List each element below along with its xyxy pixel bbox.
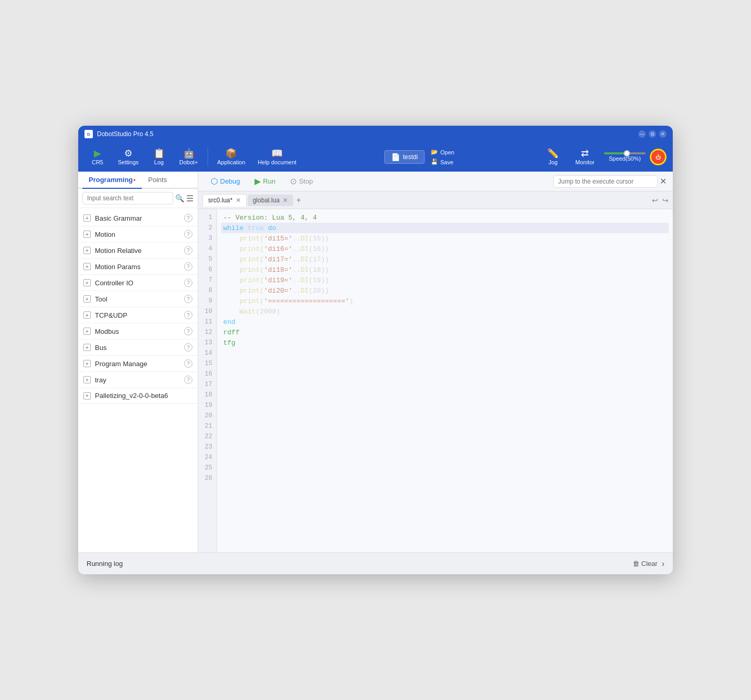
tab-programming[interactable]: Programming• <box>82 172 142 189</box>
sidebar-item-tool[interactable]: + Tool ? <box>78 291 198 307</box>
file-tab-button[interactable]: 📄 testdi <box>384 150 425 164</box>
toolbar-jog[interactable]: ✏️ Jog <box>540 147 566 167</box>
debug-button[interactable]: ⬡ Debug <box>204 174 246 188</box>
toolbar-settings[interactable]: ⚙ Settings <box>113 147 144 167</box>
line-num-24: 24 <box>198 452 216 463</box>
editor-tab-global[interactable]: global.lua ✕ <box>248 195 293 206</box>
code-line-25 <box>221 463 669 473</box>
code-line-9: print('===================') <box>221 296 669 306</box>
line-num-9: 9 <box>198 296 216 306</box>
line-num-25: 25 <box>198 463 216 473</box>
expand-icon: + <box>83 311 91 319</box>
toolbar-application[interactable]: 📦 Application <box>212 147 251 167</box>
line-num-17: 17 <box>198 379 216 390</box>
code-line-17 <box>221 379 669 390</box>
add-tab-button[interactable]: + <box>294 196 303 205</box>
editor-forward-button[interactable]: ↪ <box>662 196 669 204</box>
clear-icon: 🗑 <box>633 560 639 568</box>
log-icon: 📋 <box>153 149 165 158</box>
content-area: Programming• Points 🔍 ☰ + Basic Grammar … <box>78 172 673 552</box>
search-input[interactable] <box>82 192 173 204</box>
toolbar-log[interactable]: 📋 Log <box>146 147 172 167</box>
sidebar-label-motion-relative: Motion Relative <box>95 247 184 255</box>
jump-cursor-input[interactable] <box>553 175 658 188</box>
run-button[interactable]: ▶ Run <box>248 174 282 188</box>
help-icon-tool[interactable]: ? <box>184 295 192 303</box>
line-num-18: 18 <box>198 390 216 400</box>
emergency-icon: ⏻ <box>656 154 661 160</box>
save-button[interactable]: 💾 Save <box>428 158 457 166</box>
close-tab-global[interactable]: ✕ <box>283 197 288 204</box>
close-button[interactable]: ✕ <box>659 130 667 138</box>
help-icon-controller-io[interactable]: ? <box>184 279 192 287</box>
restore-button[interactable]: ⧉ <box>649 130 656 138</box>
toolbar-dobot[interactable]: 🤖 Dobot+ <box>174 147 203 167</box>
expand-log-button[interactable]: › <box>662 559 664 569</box>
sidebar-item-program-manage[interactable]: + Program Manage ? <box>78 356 198 372</box>
expand-icon: + <box>83 263 91 270</box>
expand-icon: + <box>83 360 91 367</box>
help-icon-tray[interactable]: ? <box>184 376 192 384</box>
sidebar-item-motion-params[interactable]: + Motion Params ? <box>78 259 198 275</box>
help-icon-motion-relative[interactable]: ? <box>184 246 192 255</box>
code-editor[interactable]: 1 2 3 4 5 6 7 8 9 10 11 12 13 14 15 16 1 <box>198 209 673 552</box>
sidebar-item-controller-io[interactable]: + Controller IO ? <box>78 275 198 291</box>
line-numbers: 1 2 3 4 5 6 7 8 9 10 11 12 13 14 15 16 1 <box>198 209 217 552</box>
sidebar-label-tray: tray <box>95 376 184 384</box>
file-name: testdi <box>403 153 418 161</box>
sidebar-item-tcp-udp[interactable]: + TCP&UDP ? <box>78 307 198 323</box>
editor-tab-src0[interactable]: src0.lua* ✕ <box>202 194 247 207</box>
code-line-4: print('di16='..DI(16)) <box>221 244 669 254</box>
line-num-19: 19 <box>198 400 216 411</box>
app-logo: D <box>84 130 93 138</box>
help-icon-motion-params[interactable]: ? <box>184 262 192 271</box>
dobot-label: Dobot+ <box>179 159 198 165</box>
search-button[interactable]: 🔍 <box>175 194 184 202</box>
minimize-button[interactable]: — <box>638 130 646 138</box>
help-icon-program-manage[interactable]: ? <box>184 359 192 368</box>
stop-icon: ⊙ <box>290 176 297 186</box>
toolbar-monitor[interactable]: ⇄ Monitor <box>570 147 600 167</box>
editor-back-button[interactable]: ↩ <box>652 196 658 204</box>
running-log-label: Running log <box>87 560 123 568</box>
stop-button[interactable]: ⊙ Stop <box>284 174 319 188</box>
code-content[interactable]: -- Version: Lua 5, 4, 4 while true do pr… <box>217 209 673 552</box>
sidebar-item-motion[interactable]: + Motion ? <box>78 226 198 243</box>
code-line-24 <box>221 452 669 463</box>
open-button[interactable]: 📂 Open <box>428 148 457 156</box>
left-panel: Programming• Points 🔍 ☰ + Basic Grammar … <box>78 172 198 552</box>
toolbar-cr5[interactable]: ▶ CR5 <box>84 147 111 167</box>
code-line-13: tfg <box>221 337 669 348</box>
settings-label: Settings <box>118 159 139 165</box>
sidebar-item-bus[interactable]: + Bus ? <box>78 340 198 356</box>
line-num-5: 5 <box>198 254 216 264</box>
tab-points[interactable]: Points <box>142 172 173 189</box>
help-icon-modbus[interactable]: ? <box>184 327 192 335</box>
debug-run-stop-group: ⬡ Debug ▶ Run ⊙ Stop <box>204 174 319 188</box>
secondary-toolbar: ⬡ Debug ▶ Run ⊙ Stop ✕ <box>198 172 673 191</box>
sidebar-item-tray[interactable]: + tray ? <box>78 372 198 388</box>
sidebar-item-motion-relative[interactable]: + Motion Relative ? <box>78 243 198 259</box>
help-icon-tcp-udp[interactable]: ? <box>184 311 192 319</box>
help-icon-motion[interactable]: ? <box>184 230 192 238</box>
close-jump-button[interactable]: ✕ <box>660 176 667 186</box>
open-icon: 📂 <box>431 149 438 155</box>
sidebar-item-palletizing[interactable]: + Palletizing_v2-0-0-beta6 <box>78 388 198 404</box>
panel-tabs: Programming• Points <box>78 172 198 189</box>
toolbar-help-document[interactable]: 📖 Help document <box>252 147 301 167</box>
help-icon-bus[interactable]: ? <box>184 343 192 352</box>
close-tab-src0[interactable]: ✕ <box>236 197 241 204</box>
menu-button[interactable]: ☰ <box>186 194 193 203</box>
sidebar-item-modbus[interactable]: + Modbus ? <box>78 323 198 340</box>
line-num-11: 11 <box>198 317 216 327</box>
code-line-15 <box>221 358 669 369</box>
help-doc-icon: 📖 <box>271 149 283 158</box>
file-icon: 📄 <box>391 153 400 161</box>
main-toolbar: ▶ CR5 ⚙ Settings 📋 Log 🤖 Dobot+ 📦 Applic… <box>78 142 673 172</box>
code-line-14 <box>221 348 669 358</box>
clear-button[interactable]: 🗑 Clear <box>633 560 658 568</box>
speed-slider[interactable] <box>604 152 646 154</box>
emergency-stop-button[interactable]: ⏻ <box>650 149 667 165</box>
help-icon-basic-grammar[interactable]: ? <box>184 214 192 222</box>
sidebar-item-basic-grammar[interactable]: + Basic Grammar ? <box>78 210 198 226</box>
